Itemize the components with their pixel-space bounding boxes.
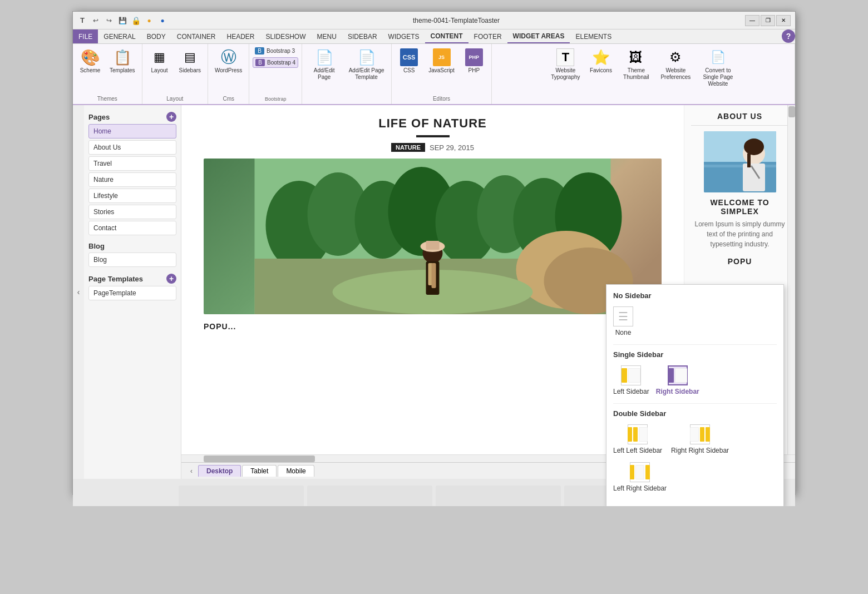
- menu-bar: FILE GENERAL BODY CONTAINER HEADER SLIDE…: [73, 29, 795, 44]
- vertical-scrollbar[interactable]: [787, 105, 795, 462]
- ribbon-cms-items: Ⓦ WordPress: [211, 46, 245, 102]
- ribbon-group-bootstrap: B Bootstrap 3 B Bootstrap 4 bootstrap: [249, 44, 302, 104]
- menu-general[interactable]: GENERAL: [98, 29, 141, 43]
- popular-sidebar-title: POPU: [691, 257, 788, 266]
- ribbon-preferences-button[interactable]: ⚙ Website Preferences: [657, 46, 694, 83]
- double-sidebar-options: Left Left Sidebar Right Right Sidebar: [613, 424, 777, 454]
- page-blog[interactable]: Blog: [88, 253, 176, 267]
- bs3-label: Bootstrap 3: [267, 48, 295, 54]
- scrollbar-thumb[interactable]: [788, 106, 795, 117]
- ribbon-js-button[interactable]: JS JavaScript: [425, 46, 458, 76]
- undo-icon[interactable]: ↩: [91, 16, 101, 26]
- add-page-button[interactable]: +: [166, 112, 176, 122]
- left-right-icon: [630, 462, 650, 482]
- add-edit-page-icon: 📄: [315, 48, 333, 66]
- close-button[interactable]: ✕: [776, 15, 791, 26]
- add-edit-page-label: Add/Edit Page: [309, 67, 339, 81]
- svg-rect-23: [743, 164, 765, 191]
- menu-container[interactable]: CONTAINER: [171, 29, 221, 43]
- menu-widget-areas[interactable]: WIDGET AREAS: [507, 29, 570, 43]
- blog-title-text: Blog: [88, 242, 105, 250]
- ribbon-sidebars-button[interactable]: ▤ Sidebars: [176, 46, 204, 76]
- option-right-sidebar[interactable]: Right Sidebar: [656, 365, 699, 395]
- popup-divider-1: [613, 344, 777, 345]
- option-left-left[interactable]: Left Left Sidebar: [613, 424, 662, 454]
- ribbon-favicons-button[interactable]: ⭐ Favicons: [586, 46, 615, 76]
- menu-footer[interactable]: FOOTER: [468, 29, 507, 43]
- page-home[interactable]: Home: [88, 124, 176, 138]
- h-scrollbar-thumb[interactable]: [204, 456, 315, 462]
- window-title: theme-0041-TemplateToaster: [167, 17, 745, 24]
- ribbon-templates-button[interactable]: 📋 Templates: [106, 46, 139, 76]
- option-none[interactable]: ☰ None: [613, 306, 633, 336]
- save-icon[interactable]: 💾: [117, 16, 127, 26]
- menu-elements[interactable]: ELEMENTS: [570, 29, 617, 43]
- page-stories[interactable]: Stories: [88, 205, 176, 219]
- ribbon-convert-button[interactable]: 📄 Convert to Single Page Website: [697, 46, 739, 90]
- prev-arrow[interactable]: ‹: [186, 466, 197, 477]
- pages-section: Pages + Home About Us Travel Nature Life…: [88, 110, 176, 235]
- ribbon-typography-button[interactable]: T Website Typography: [547, 46, 584, 83]
- menu-body[interactable]: BODY: [141, 29, 171, 43]
- ribbon-thumbnail-button[interactable]: 🖼 Theme Thumbnail: [618, 46, 655, 83]
- single-sidebar-section-title: Single Sidebar: [613, 350, 777, 361]
- option-left-sidebar[interactable]: Left Sidebar: [613, 365, 649, 395]
- left-left-symbol: [628, 427, 648, 442]
- svg-point-24: [744, 138, 764, 155]
- ribbon-add-edit-page-button[interactable]: 📄 Add/Edit Page: [305, 46, 343, 83]
- option-left-right[interactable]: Left Right Sidebar: [613, 462, 667, 492]
- menu-menu[interactable]: MENU: [312, 29, 342, 43]
- single-sidebar-options: Left Sidebar Right Sidebar: [613, 365, 777, 395]
- page-about-us[interactable]: About Us: [88, 140, 176, 155]
- menu-file[interactable]: FILE: [73, 29, 98, 43]
- right-sidebar-icon: [668, 365, 688, 385]
- window-controls: — ❐ ✕: [745, 15, 791, 26]
- ribbon-wordpress-button[interactable]: Ⓦ WordPress: [211, 46, 245, 76]
- collapse-left-arrow[interactable]: ‹: [73, 105, 84, 479]
- ribbon-layout-button[interactable]: ▦ Layout: [146, 46, 174, 76]
- page-template-item[interactable]: PageTemplate: [88, 286, 176, 300]
- redo-icon[interactable]: ↪: [104, 16, 114, 26]
- ribbon-bs3-button[interactable]: B Bootstrap 3: [253, 46, 298, 56]
- left-left-label: Left Left Sidebar: [613, 447, 662, 454]
- left-left-icon: [628, 424, 648, 444]
- svg-rect-18: [432, 263, 436, 288]
- minimize-button[interactable]: —: [745, 15, 760, 26]
- ribbon-add-edit-template-button[interactable]: 📄 Add/Edit Page Template: [345, 46, 388, 83]
- page-lifestyle[interactable]: Lifestyle: [88, 189, 176, 203]
- page-nature[interactable]: Nature: [88, 172, 176, 187]
- ribbon-css-button[interactable]: CSS CSS: [395, 46, 423, 76]
- left-sidebar-symbol: [622, 368, 640, 383]
- portrait-svg: [704, 131, 776, 192]
- typography-icon: T: [556, 48, 574, 66]
- menu-sidebar[interactable]: SIDEBAR: [342, 29, 383, 43]
- tab-mobile[interactable]: Mobile: [278, 465, 314, 477]
- menu-widgets[interactable]: WIDGETS: [383, 29, 425, 43]
- right-right-label: Right Right Sidebar: [671, 447, 729, 454]
- php-label: PHP: [468, 67, 480, 74]
- sidebars-label: Sidebars: [179, 67, 201, 74]
- right-sidebar-symbol: [668, 368, 687, 383]
- thumbnail-icon: 🖼: [627, 48, 645, 66]
- lock-icon[interactable]: 🔒: [131, 16, 141, 26]
- add-template-button[interactable]: +: [166, 274, 176, 284]
- option-right-right[interactable]: Right Right Sidebar: [671, 424, 729, 454]
- menu-slideshow[interactable]: SLIDESHOW: [260, 29, 312, 43]
- ribbon-group-website: T Website Typography ⭐ Favicons 🖼 Theme …: [492, 44, 795, 104]
- ribbon-bs4-button[interactable]: B Bootstrap 4: [253, 57, 298, 68]
- menu-header[interactable]: HEADER: [221, 29, 260, 43]
- menu-content[interactable]: CONTENT: [425, 29, 468, 43]
- sidebar-layout-popup: No Sidebar ☰ None Single Sidebar Left: [606, 284, 784, 506]
- svg-rect-25: [747, 154, 751, 167]
- tab-tablet[interactable]: Tablet: [242, 465, 277, 477]
- maximize-button[interactable]: ❐: [761, 15, 775, 26]
- page-travel[interactable]: Travel: [88, 156, 176, 171]
- ribbon-php-button[interactable]: PHP PHP: [460, 46, 488, 76]
- tab-desktop[interactable]: Desktop: [198, 465, 241, 477]
- ribbon-scheme-button[interactable]: 🎨 Scheme: [76, 46, 104, 76]
- help-button[interactable]: ?: [782, 29, 795, 43]
- page-contact[interactable]: Contact: [88, 221, 176, 235]
- templates-icon: 📋: [114, 48, 131, 66]
- ribbon-group-pages: 📄 Add/Edit Page 📄 Add/Edit Page Template: [302, 44, 392, 104]
- ribbon-group-editors: CSS CSS JS JavaScript PHP PHP editors: [392, 44, 492, 104]
